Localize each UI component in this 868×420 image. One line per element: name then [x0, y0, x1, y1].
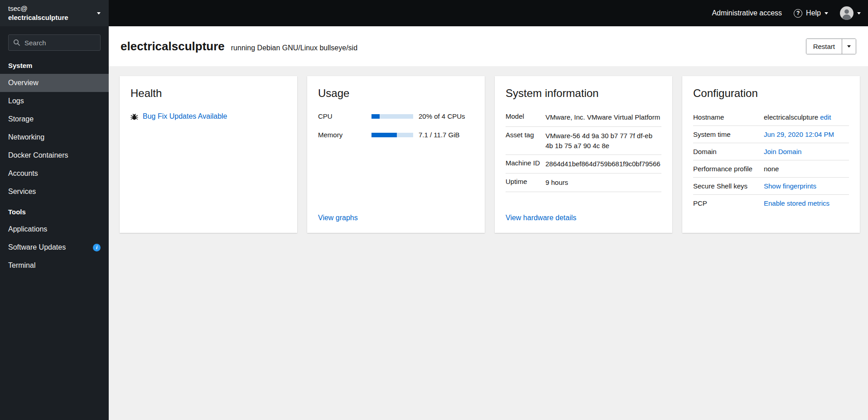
chevron-down-icon — [857, 12, 861, 14]
info-icon — [93, 244, 101, 251]
cpu-usage-row: CPU 20% of 4 CPUs — [318, 112, 474, 120]
sidebar-item-label: Accounts — [8, 169, 38, 178]
health-card: Health Bug Fix Updates — [120, 76, 297, 233]
administrative-access-label: Administrative access — [712, 9, 782, 17]
sidebar-item-label: Terminal — [8, 261, 35, 270]
chevron-down-icon — [847, 45, 851, 48]
memory-progress-bar — [371, 133, 413, 137]
cpu-value: 20% of 4 CPUs — [419, 112, 465, 120]
avatar — [840, 6, 854, 20]
restart-button[interactable]: Restart — [806, 39, 842, 54]
bug-icon — [130, 113, 138, 121]
usage-card-title: Usage — [318, 87, 474, 100]
show-fingerprints-link[interactable]: Show fingerprints — [764, 182, 816, 190]
sidebar-item-label: Networking — [8, 133, 44, 141]
sidebar-item-docker-containers[interactable]: Docker Containers — [0, 146, 109, 164]
cpu-progress-bar — [371, 114, 413, 119]
page-header: electricalsculpture running Debian GNU/L… — [109, 26, 868, 66]
os-release: running Debian GNU/Linux bullseye/sid — [231, 44, 357, 52]
configuration-card-title: Configuration — [693, 87, 849, 100]
sidebar-item-software-updates[interactable]: Software Updates — [0, 238, 109, 256]
secure-shell-keys-value: Show fingerprints — [764, 182, 849, 190]
system-time-link[interactable]: Jun 29, 2020 12:04 PM — [764, 130, 834, 138]
view-graphs-link[interactable]: View graphs — [318, 214, 358, 222]
sidebar-item-storage[interactable]: Storage — [0, 110, 109, 128]
host-switcher[interactable]: tsec@ electricalsculpture — [0, 0, 109, 26]
topbar: Administrative access ? Help — [109, 0, 868, 26]
domain-value: Join Domain — [764, 148, 849, 155]
system-information-card-footer: View hardware details — [506, 208, 661, 222]
system-time-label: System time — [693, 130, 764, 138]
main-column: Administrative access ? Help — [109, 0, 868, 420]
system-time-value: Jun 29, 2020 12:04 PM — [764, 130, 849, 138]
sidebar-item-networking[interactable]: Networking — [0, 128, 109, 146]
session-menu-button[interactable] — [840, 6, 861, 20]
page-title: electricalsculpture — [121, 39, 225, 53]
sidebar-body: System Overview Logs Storage Networking … — [0, 26, 109, 275]
help-label: Help — [806, 9, 821, 17]
host-switcher-text: tsec@ electricalsculpture — [8, 4, 68, 23]
nav-section-tools: Tools — [0, 201, 109, 220]
nav-section-system: System — [0, 54, 109, 74]
table-row: Performance profile none — [693, 160, 849, 178]
sidebar-item-accounts[interactable]: Accounts — [0, 164, 109, 183]
health-updates-row: Bug Fix Updates Available — [130, 112, 286, 121]
health-card-title: Health — [130, 87, 286, 100]
table-row: Domain Join Domain — [693, 143, 849, 160]
sidebar-item-services[interactable]: Services — [0, 183, 109, 201]
sidebar-item-terminal[interactable]: Terminal — [0, 256, 109, 275]
administrative-access-button[interactable]: Administrative access — [712, 9, 782, 17]
memory-usage-row: Memory 7.1 / 11.7 GiB — [318, 131, 474, 139]
table-row: Machine ID 2864d41bef864d759b681f9c0bf79… — [506, 155, 661, 174]
sidebar-item-applications[interactable]: Applications — [0, 220, 109, 238]
sidebar-item-label: Services — [8, 188, 36, 196]
cockpit-app: tsec@ electricalsculpture System Overvie… — [0, 0, 868, 420]
table-row: Uptime 9 hours — [506, 174, 661, 192]
machine-id-value: 2864d41bef864d759b681f9c0bf79566 — [545, 159, 661, 169]
table-row: Model VMware, Inc. VMware Virtual Platfo… — [506, 112, 661, 127]
table-row: Asset tag VMware-56 4d 9a 30 b7 77 7f df… — [506, 127, 661, 155]
pcp-value: Enable stored metrics — [764, 199, 849, 207]
memory-progress-fill — [371, 133, 397, 137]
hostname-value: electricalsculpture edit — [764, 113, 849, 121]
sidebar-item-label: Software Updates — [8, 243, 66, 251]
sidebar-item-label: Storage — [8, 115, 34, 123]
sidebar: tsec@ electricalsculpture System Overvie… — [0, 0, 109, 420]
sidebar-item-label: Logs — [8, 97, 24, 105]
model-value: VMware, Inc. VMware Virtual Platform — [545, 112, 661, 122]
asset-tag-value: VMware-56 4d 9a 30 b7 77 7f df-eb 4b 1b … — [545, 131, 661, 151]
view-hardware-details-link[interactable]: View hardware details — [506, 214, 576, 222]
cpu-progress-fill — [371, 114, 380, 119]
system-information-card-title: System information — [506, 87, 661, 100]
page-title-group: electricalsculpture running Debian GNU/L… — [121, 39, 357, 53]
help-icon: ? — [794, 9, 802, 18]
sidebar-item-overview[interactable]: Overview — [0, 74, 109, 92]
system-information-card: System information Model VMware, Inc. VM… — [495, 76, 672, 233]
cpu-label: CPU — [318, 112, 371, 120]
chevron-down-icon — [825, 12, 828, 14]
performance-profile-value: none — [764, 165, 849, 173]
host-switcher-user: tsec@ — [8, 4, 68, 13]
performance-profile-text: none — [764, 165, 779, 173]
bug-fix-updates-link[interactable]: Bug Fix Updates Available — [143, 112, 227, 121]
help-menu-button[interactable]: ? Help — [794, 9, 828, 18]
uptime-label: Uptime — [506, 178, 545, 188]
chevron-down-icon — [97, 12, 101, 14]
restart-dropdown-toggle[interactable] — [842, 39, 856, 54]
model-label: Model — [506, 112, 545, 122]
uptime-value: 9 hours — [545, 178, 661, 188]
search-icon — [13, 39, 20, 46]
table-row: PCP Enable stored metrics — [693, 195, 849, 212]
usage-card-footer: View graphs — [318, 208, 474, 222]
sidebar-item-logs[interactable]: Logs — [0, 92, 109, 110]
table-row: Secure Shell keys Show fingerprints — [693, 178, 849, 195]
search-input[interactable] — [24, 39, 96, 47]
hostname-edit-link[interactable]: edit — [820, 113, 831, 121]
enable-stored-metrics-link[interactable]: Enable stored metrics — [764, 199, 829, 207]
host-switcher-host: electricalsculpture — [8, 13, 68, 22]
hostname-text: electricalsculpture — [764, 113, 818, 121]
machine-id-label: Machine ID — [506, 159, 545, 169]
sidebar-item-label: Applications — [8, 225, 47, 233]
secure-shell-keys-label: Secure Shell keys — [693, 182, 764, 190]
join-domain-link[interactable]: Join Domain — [764, 148, 801, 155]
